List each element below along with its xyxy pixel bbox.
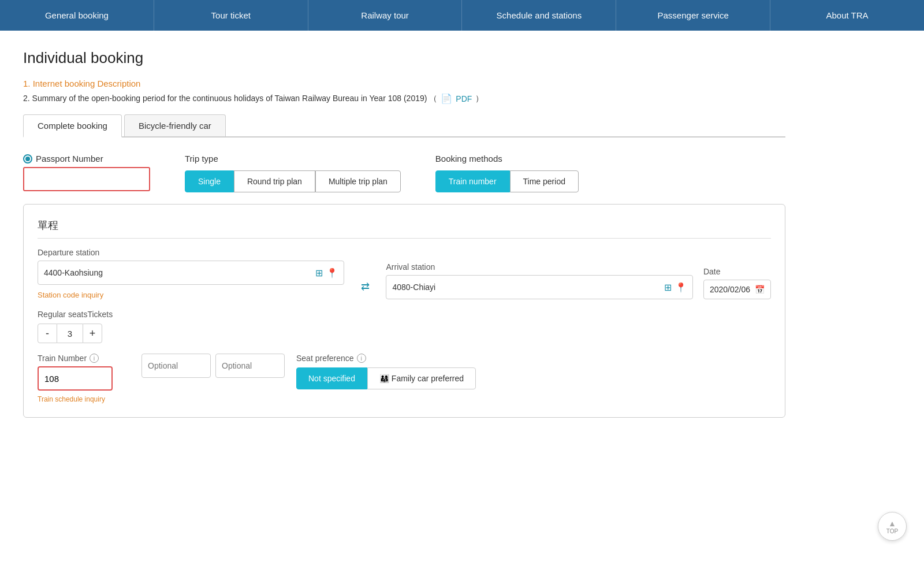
tab-complete-booking[interactable]: Complete booking <box>23 114 122 138</box>
departure-group: Departure station 4400-Kaohsiung ⊞ 📍 Sta… <box>38 248 344 299</box>
booking-form: Passport Number Trip type Single Round t… <box>23 154 785 418</box>
nav-about[interactable]: About TRA <box>770 0 924 31</box>
booking-methods-label: Booking methods <box>435 154 579 164</box>
trip-type-buttons: Single Round trip plan Multiple trip pla… <box>185 170 401 192</box>
booking-methods-group: Booking methods Train number Time period <box>435 154 579 192</box>
station-row: Departure station 4400-Kaohsiung ⊞ 📍 Sta… <box>38 248 771 299</box>
arrival-input-wrap[interactable]: 4080-Chiayi ⊞ 📍 <box>386 275 692 299</box>
passport-radio[interactable] <box>23 154 32 164</box>
summary-end: ） <box>475 94 483 104</box>
trip-single[interactable]: Single <box>185 170 234 192</box>
departure-value: 4400-Kaohsiung <box>44 268 315 277</box>
arrival-grid-icon[interactable]: ⊞ <box>664 282 672 293</box>
train-schedule-link[interactable]: Train schedule inquiry <box>38 395 130 403</box>
booking-method-buttons: Train number Time period <box>435 170 579 192</box>
date-label: Date <box>703 267 771 276</box>
train-info-icon: i <box>90 354 99 363</box>
trip-round[interactable]: Round trip plan <box>234 170 315 192</box>
arrival-location-icon[interactable]: 📍 <box>675 282 687 293</box>
optional-input-2[interactable] <box>215 354 285 378</box>
swap-button[interactable]: ⇄ <box>355 276 375 297</box>
departure-location-icon[interactable]: 📍 <box>326 268 338 278</box>
optional-input-1[interactable] <box>141 354 211 378</box>
tickets-section: Regular seatsTickets - 3 + <box>38 310 771 343</box>
train-optional-inputs <box>141 354 285 378</box>
booking-panel: 單程 Departure station 4400-Kaohsiung ⊞ 📍 … <box>23 204 785 418</box>
nav-tour-ticket[interactable]: Tour ticket <box>154 0 308 31</box>
pdf-icon: 📄 <box>441 93 452 104</box>
tickets-counter: - 3 + <box>38 324 771 343</box>
main-nav: General booking Tour ticket Railway tour… <box>0 0 924 31</box>
date-value: 2020/02/06 <box>710 285 750 294</box>
arrival-value: 4080-Chiayi <box>392 283 664 292</box>
station-code-link[interactable]: Station code inquiry <box>38 291 344 299</box>
train-number-group: Train Number i Train schedule inquiry <box>38 354 130 403</box>
nav-passenger[interactable]: Passenger service <box>616 0 770 31</box>
pdf-label[interactable]: PDF <box>456 94 472 103</box>
train-number-label: Train Number <box>38 354 87 363</box>
train-number-input[interactable] <box>38 366 113 391</box>
step1-label: 1. <box>23 79 33 88</box>
page-title: Individual booking <box>23 49 785 67</box>
internet-booking-link[interactable]: Internet booking Description <box>33 79 141 88</box>
seat-pref-label-text: Seat preference <box>296 354 354 363</box>
tickets-minus[interactable]: - <box>38 324 57 343</box>
departure-grid-icon[interactable]: ⊞ <box>315 268 323 278</box>
arrival-label: Arrival station <box>386 262 692 272</box>
departure-label: Departure station <box>38 248 344 257</box>
calendar-icon[interactable]: 📅 <box>755 285 765 294</box>
passport-label-text: Passport Number <box>36 154 103 164</box>
method-time-period[interactable]: Time period <box>510 170 579 192</box>
date-group: Date 2020/02/06 📅 <box>703 267 771 299</box>
passport-input[interactable] <box>23 167 150 191</box>
summary-text: 2. Summary of the open-booking period fo… <box>23 94 437 104</box>
arrival-group: Arrival station 4080-Chiayi ⊞ 📍 <box>386 262 692 299</box>
trip-multiple[interactable]: Multiple trip plan <box>315 170 401 192</box>
tickets-plus[interactable]: + <box>83 324 102 343</box>
trip-type-label: Trip type <box>185 154 401 164</box>
nav-schedule[interactable]: Schedule and stations <box>462 0 616 31</box>
method-train-number[interactable]: Train number <box>435 170 510 192</box>
booking-tabs: Complete booking Bicycle-friendly car <box>23 114 785 138</box>
seat-preference-group: Seat preference i Not specified 👨‍👩‍👧 Fa… <box>296 354 476 389</box>
seat-not-specified[interactable]: Not specified <box>296 367 367 389</box>
seat-family-car[interactable]: 👨‍👩‍👧 Family car preferred <box>367 367 476 389</box>
seat-pref-buttons: Not specified 👨‍👩‍👧 Family car preferred <box>296 367 476 389</box>
passport-group: Passport Number <box>23 154 150 191</box>
panel-title: 單程 <box>38 218 771 239</box>
trip-type-group: Trip type Single Round trip plan Multipl… <box>185 154 401 192</box>
tickets-label: Regular seatsTickets <box>38 310 771 319</box>
train-seat-row: Train Number i Train schedule inquiry Se… <box>38 354 771 403</box>
nav-general-booking[interactable]: General booking <box>0 0 154 31</box>
tab-bicycle-car[interactable]: Bicycle-friendly car <box>124 114 226 136</box>
info-links: 1. Internet booking Description 2. Summa… <box>23 79 785 104</box>
seat-pref-info-icon: i <box>357 354 366 363</box>
date-input-wrap[interactable]: 2020/02/06 📅 <box>703 280 771 299</box>
ticket-count: 3 <box>57 324 83 343</box>
departure-input-wrap[interactable]: 4400-Kaohsiung ⊞ 📍 <box>38 261 344 285</box>
family-icon: 👨‍👩‍👧 <box>379 374 392 383</box>
nav-railway-tour[interactable]: Railway tour <box>308 0 463 31</box>
